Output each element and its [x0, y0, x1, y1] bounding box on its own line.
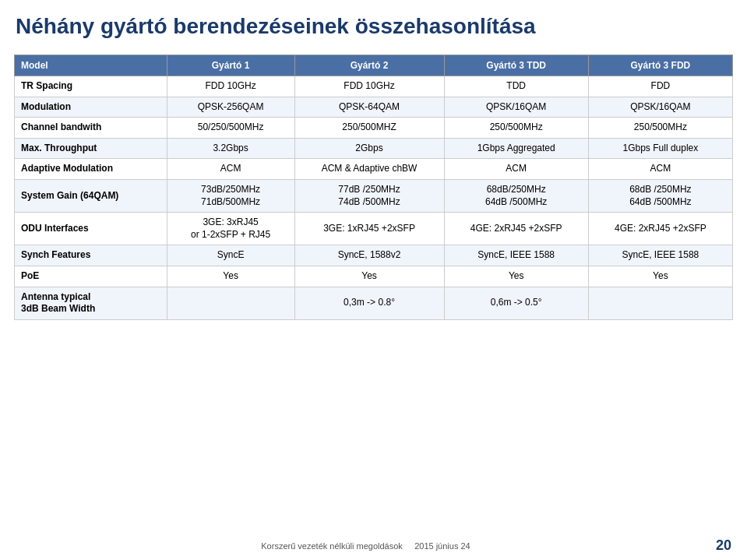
row-cell: Yes: [444, 266, 588, 287]
footer-center: Korszerű vezeték nélküli megoldások 2015…: [261, 541, 470, 551]
row-label: System Gain (64QAM): [15, 179, 167, 212]
row-label: Antenna typical3dB Beam Width: [15, 287, 167, 319]
col-header-model: Model: [15, 55, 167, 76]
row-cell: FDD 10GHz: [167, 76, 294, 97]
row-cell: Yes: [167, 266, 294, 287]
table-header-row: Model Gyártó 1 Gyártó 2 Gyártó 3 TDD Gyá…: [15, 55, 733, 76]
row-cell: 0,6m -> 0.5°: [444, 287, 588, 319]
row-cell: ACM & Adaptive chBW: [294, 159, 444, 180]
table-row: Adaptive ModulationACMACM & Adaptive chB…: [15, 159, 733, 180]
row-label: PoE: [15, 266, 167, 287]
comparison-table: Model Gyártó 1 Gyártó 2 Gyártó 3 TDD Gyá…: [14, 55, 733, 320]
row-label: Channel bandwith: [15, 118, 167, 139]
row-cell: 250/500MHz: [444, 118, 588, 139]
row-cell: ACM: [167, 159, 294, 180]
row-cell: 1Gbps Full duplex: [588, 138, 732, 159]
row-cell: 68dB /250MHz64dB /500MHz: [588, 179, 732, 212]
col-header-g3tdd: Gyártó 3 TDD: [444, 55, 588, 76]
row-cell: SyncE, IEEE 1588: [444, 245, 588, 266]
row-cell: Yes: [588, 266, 732, 287]
footer-page: 20: [716, 537, 731, 554]
row-cell: 73dB/250MHz71dB/500MHz: [167, 179, 294, 212]
footer-center-text: Korszerű vezeték nélküli megoldások: [261, 541, 403, 551]
table-row: Channel bandwith50/250/500MHz250/500MHZ2…: [15, 118, 733, 139]
row-label: Synch Features: [15, 245, 167, 266]
row-cell: QPSK-64QAM: [294, 97, 444, 118]
row-cell: 3GE: 3xRJ45or 1-2xSFP + RJ45: [167, 213, 294, 245]
table-row: Max. Throughput3.2Gbps2Gbps1Gbps Aggrega…: [15, 138, 733, 159]
row-cell: 250/500MHZ: [294, 118, 444, 139]
col-header-g3fdd: Gyártó 3 FDD: [588, 55, 732, 76]
row-label: Modulation: [15, 97, 167, 118]
table-row: Antenna typical3dB Beam Width0,3m -> 0.8…: [15, 287, 733, 319]
table-row: ModulationQPSK-256QAMQPSK-64QAMQPSK/16QA…: [15, 97, 733, 118]
footer-date: 2015 június 24: [414, 541, 470, 551]
row-cell: QPSK/16QAM: [588, 97, 732, 118]
row-cell: ACM: [588, 159, 732, 180]
row-cell: SyncE: [167, 245, 294, 266]
row-cell: QPSK-256QAM: [167, 97, 294, 118]
row-cell: FDD 10GHz: [294, 76, 444, 97]
row-cell: [167, 287, 294, 319]
table-row: TR SpacingFDD 10GHzFDD 10GHzTDDFDD: [15, 76, 733, 97]
row-cell: 50/250/500MHz: [167, 118, 294, 139]
row-cell: 68dB/250MHz64dB /500MHz: [444, 179, 588, 212]
row-cell: 1Gbps Aggregated: [444, 138, 588, 159]
row-cell: 4GE: 2xRJ45 +2xSFP: [444, 213, 588, 245]
row-cell: SyncE, IEEE 1588: [588, 245, 732, 266]
row-cell: 250/500MHz: [588, 118, 732, 139]
row-cell: 77dB /250MHz74dB /500MHz: [294, 179, 444, 212]
col-header-g2: Gyártó 2: [294, 55, 444, 76]
comparison-table-wrapper: Model Gyártó 1 Gyártó 2 Gyártó 3 TDD Gyá…: [0, 47, 747, 320]
row-cell: 3GE: 1xRJ45 +2xSFP: [294, 213, 444, 245]
row-cell: QPSK/16QAM: [444, 97, 588, 118]
row-cell: 3.2Gbps: [167, 138, 294, 159]
row-cell: ACM: [444, 159, 588, 180]
page-title: Néhány gyártó berendezéseinek összehason…: [0, 0, 747, 47]
row-cell: 2Gbps: [294, 138, 444, 159]
table-row: System Gain (64QAM)73dB/250MHz71dB/500MH…: [15, 179, 733, 212]
row-cell: TDD: [444, 76, 588, 97]
col-header-g1: Gyártó 1: [167, 55, 294, 76]
row-label: Adaptive Modulation: [15, 159, 167, 180]
row-cell: SyncE, 1588v2: [294, 245, 444, 266]
row-cell: [588, 287, 732, 319]
row-label: TR Spacing: [15, 76, 167, 97]
row-cell: 4GE: 2xRJ45 +2xSFP: [588, 213, 732, 245]
row-cell: Yes: [294, 266, 444, 287]
table-row: PoEYesYesYesYes: [15, 266, 733, 287]
row-label: ODU Interfaces: [15, 213, 167, 245]
row-label: Max. Throughput: [15, 138, 167, 159]
row-cell: FDD: [588, 76, 732, 97]
table-row: Synch FeaturesSyncESyncE, 1588v2SyncE, I…: [15, 245, 733, 266]
table-row: ODU Interfaces3GE: 3xRJ45or 1-2xSFP + RJ…: [15, 213, 733, 245]
row-cell: 0,3m -> 0.8°: [294, 287, 444, 319]
footer: Korszerű vezeték nélküli megoldások 2015…: [0, 537, 747, 554]
